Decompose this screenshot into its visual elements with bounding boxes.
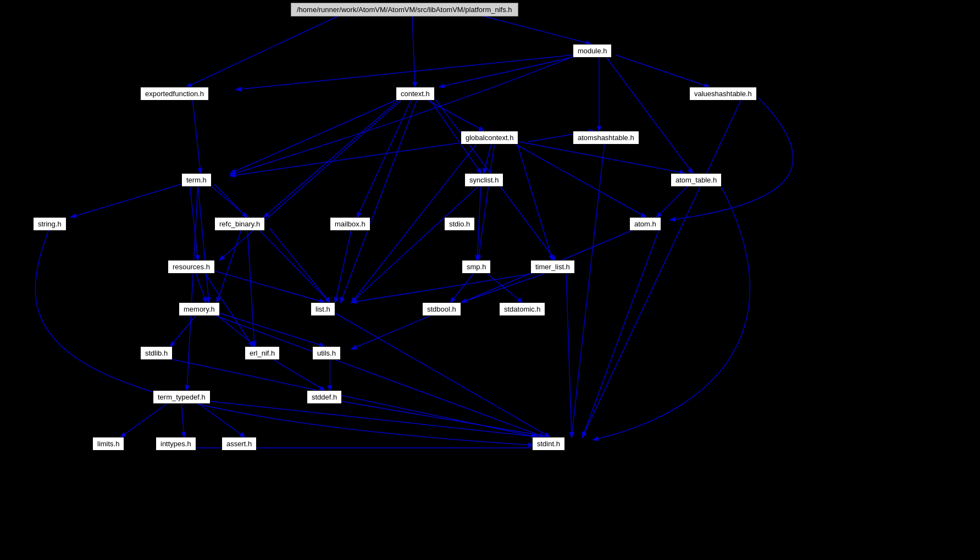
svg-line-28 <box>214 184 330 302</box>
svg-line-40 <box>484 271 522 302</box>
svg-line-45 <box>209 313 544 437</box>
svg-line-36 <box>583 228 660 437</box>
svg-line-0 <box>478 15 591 44</box>
svg-line-12 <box>357 98 412 217</box>
node-term-typedef-h: term_typedef.h <box>153 390 211 404</box>
node-mailbox-h: mailbox.h <box>330 217 370 231</box>
svg-line-9 <box>231 98 401 173</box>
node-valueshashtable-h: valueshashtable.h <box>689 87 757 101</box>
svg-line-51 <box>181 401 184 437</box>
svg-line-5 <box>616 55 709 87</box>
node-exportedfunction-h: exportedfunction.h <box>140 87 209 101</box>
node-term-h: term.h <box>181 173 212 187</box>
node-stdlib-h: stdlib.h <box>140 346 173 360</box>
node-stddef-h: stddef.h <box>307 390 342 404</box>
node-erl-nif-h: erl_nif.h <box>245 346 280 360</box>
title-node: /home/runner/work/AtomVM/AtomVM/src/libA… <box>291 3 518 16</box>
svg-line-31 <box>477 184 481 260</box>
node-resources-h: resources.h <box>168 260 215 274</box>
node-atom-h: atom.h <box>629 217 661 231</box>
svg-line-32 <box>657 184 690 217</box>
node-inttypes-h: inttypes.h <box>156 437 196 451</box>
svg-line-52 <box>195 401 245 437</box>
node-stdio-h: stdio.h <box>444 217 475 231</box>
node-smp-h: smp.h <box>462 260 491 274</box>
svg-line-2 <box>187 15 341 87</box>
svg-line-21 <box>517 142 552 260</box>
node-module-h: module.h <box>573 44 612 58</box>
node-atomshashtable-h: atomshashtable.h <box>573 131 639 145</box>
svg-line-16 <box>231 142 467 176</box>
node-globalcontext-h: globalcontext.h <box>461 131 518 145</box>
node-timer-list-h: timer_list.h <box>530 260 575 274</box>
svg-line-50 <box>121 401 170 437</box>
svg-line-25 <box>71 184 181 217</box>
node-stdatomic-h: stdatomic.h <box>499 302 545 316</box>
svg-line-48 <box>269 357 324 390</box>
svg-line-4 <box>440 55 583 87</box>
svg-line-63 <box>462 271 552 302</box>
svg-line-27 <box>190 184 198 260</box>
node-string-h: string.h <box>33 217 67 231</box>
svg-line-15 <box>583 98 742 437</box>
svg-line-33 <box>217 228 242 302</box>
node-list-h: list.h <box>311 302 335 316</box>
node-refc-binary-h: refc_binary.h <box>214 217 265 231</box>
node-utils-h: utils.h <box>312 346 341 360</box>
svg-line-23 <box>572 142 605 437</box>
node-synclist-h: synclist.h <box>464 173 503 187</box>
dependency-graph <box>0 0 980 560</box>
node-context-h: context.h <box>396 87 435 101</box>
svg-line-1 <box>412 15 415 87</box>
svg-line-39 <box>451 271 475 302</box>
node-atom-table-h: atom_table.h <box>671 173 722 187</box>
node-memory-h: memory.h <box>179 302 220 316</box>
svg-line-8 <box>192 98 201 173</box>
node-stdbool-h: stdbool.h <box>422 302 461 316</box>
svg-line-6 <box>605 55 693 173</box>
svg-line-43 <box>170 313 198 346</box>
svg-line-62 <box>352 228 638 349</box>
node-stdint-h: stdint.h <box>532 437 565 451</box>
svg-line-42 <box>566 271 572 437</box>
svg-line-34 <box>269 228 330 302</box>
svg-line-29 <box>187 184 198 390</box>
svg-line-3 <box>236 55 573 90</box>
svg-line-35 <box>335 228 352 302</box>
node-limits-h: limits.h <box>92 437 124 451</box>
svg-line-37 <box>195 271 206 302</box>
svg-line-61 <box>341 98 418 302</box>
node-assert-h: assert.h <box>222 437 257 451</box>
